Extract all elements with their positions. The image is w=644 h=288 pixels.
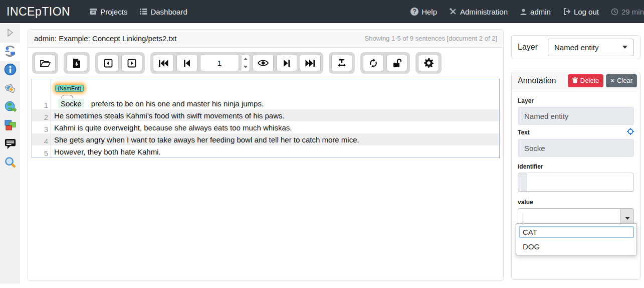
- scroll-to-annotation-icon[interactable]: [627, 128, 634, 136]
- sentence-text[interactable]: Kahmi is quite overweight, because she a…: [51, 122, 294, 133]
- page-number-stepper[interactable]: [242, 55, 250, 71]
- tools-icon: [449, 8, 457, 16]
- sentence-text[interactable]: prefers to be on his one and master his …: [91, 99, 264, 108]
- identifier-field-label: identifier: [518, 163, 634, 170]
- page-number-input[interactable]: [200, 55, 239, 71]
- sidebar-entity-linking-button[interactable]: [0, 98, 20, 117]
- next-page-icon: [283, 59, 290, 67]
- text-cursor: [523, 213, 523, 224]
- dropdown-option-cat[interactable]: CAT: [519, 226, 634, 238]
- layer-field-value: Named entity: [518, 107, 634, 125]
- eye-icon: [258, 59, 269, 67]
- nav-help-label: Help: [421, 8, 437, 16]
- clear-button[interactable]: × Clear: [606, 74, 637, 87]
- workspace: admin: Example: Concept Linking/pets2.tx…: [0, 23, 644, 288]
- text-width-icon: [337, 59, 346, 68]
- sidebar-collapse-button[interactable]: [0, 24, 20, 43]
- delete-button-label: Delete: [580, 77, 599, 84]
- sentence-text[interactable]: He sometimes steals Kahmi's food with sw…: [51, 110, 287, 121]
- clear-button-label: Clear: [617, 77, 632, 84]
- collapse-arrow-icon: [6, 28, 15, 39]
- next-document-button[interactable]: [121, 55, 142, 71]
- annotated-span[interactable]: (NamEnt) Socke: [58, 99, 84, 108]
- sidebar-search-button[interactable]: [0, 154, 20, 173]
- identifier-input[interactable]: [527, 173, 634, 192]
- sidebar-comments-button[interactable]: [0, 135, 20, 154]
- nav-projects[interactable]: Projects: [83, 8, 133, 16]
- chevron-down-icon: [622, 46, 627, 49]
- open-document-button[interactable]: [35, 55, 56, 71]
- annotation-panel-header: Annotation Delete × Clear: [512, 72, 640, 89]
- session-timer-label: 29 min: [621, 8, 644, 16]
- clock-icon: [611, 8, 618, 16]
- reset-document-button[interactable]: [363, 55, 384, 71]
- nav-user-label: admin: [530, 8, 551, 16]
- file-download-icon: [73, 58, 81, 68]
- layer-select[interactable]: Named entity: [548, 39, 634, 56]
- info-icon: [4, 63, 17, 78]
- annotation-label[interactable]: (NamEnt): [55, 85, 84, 92]
- app-logo[interactable]: INCEpTION: [0, 5, 83, 19]
- lock-document-button[interactable]: [386, 55, 407, 71]
- line-number: 4: [32, 133, 51, 146]
- layer-field-label: Layer: [518, 97, 634, 104]
- sentence-row: 5 However, they both hate Kahmi.: [32, 146, 499, 158]
- focus-annotation-button[interactable]: [253, 55, 274, 71]
- document-header: admin: Example: Concept Linking/pets2.tx…: [28, 30, 503, 48]
- sentence-row: 2 He sometimes steals Kahmi's food with …: [32, 109, 499, 121]
- globe-export-icon: [4, 100, 17, 115]
- nav-administration[interactable]: Administration: [443, 8, 514, 16]
- settings-button[interactable]: [418, 55, 439, 71]
- value-field-label: value: [518, 199, 634, 206]
- sentence-row: 1 (NamEnt) Socke prefers to be on his on…: [32, 79, 499, 109]
- chevron-down-icon: [625, 217, 630, 220]
- list-icon: [139, 8, 147, 16]
- dropdown-option-dog[interactable]: DOG: [519, 241, 634, 252]
- last-page-button[interactable]: [300, 55, 321, 71]
- sentence-text[interactable]: She gets angry when I want to take aways…: [51, 134, 361, 146]
- previous-page-button[interactable]: [176, 55, 197, 71]
- nav-user[interactable]: admin: [514, 8, 557, 16]
- export-document-button[interactable]: [66, 55, 87, 71]
- sentence-area: 1 (NamEnt) Socke prefers to be on his on…: [32, 79, 500, 158]
- toggle-script-direction-button[interactable]: [331, 55, 352, 71]
- first-page-button[interactable]: [153, 55, 174, 71]
- nav-logout[interactable]: Log out: [557, 8, 605, 16]
- trash-icon: [572, 77, 578, 85]
- search-icon: [4, 156, 17, 171]
- images-icon: [4, 119, 17, 133]
- next-document-icon: [127, 59, 136, 68]
- annotation-panel-body: Layer Named entity Text Socke identifier…: [512, 89, 640, 228]
- right-sidebar: Layer Named entity Annotation Delete × C…: [509, 23, 644, 288]
- user-sync-icon: [4, 45, 17, 60]
- topbar: INCEpTION Projects Dashboard ? Help Admi…: [0, 0, 644, 23]
- session-timer: 29 min: [605, 8, 644, 16]
- sidebar-recommendations-button[interactable]: [0, 43, 20, 61]
- sentence-text[interactable]: However, they both hate Kahmi.: [51, 147, 163, 158]
- text-field-label: Text: [518, 128, 634, 136]
- next-page-button[interactable]: [276, 55, 297, 71]
- value-dropdown-list: CAT DOG: [516, 223, 637, 255]
- sentence-row: 4 She gets angry when I want to take awa…: [32, 133, 499, 146]
- delete-button[interactable]: Delete: [568, 74, 604, 87]
- archive-icon: [89, 8, 97, 16]
- prev-document-icon: [104, 59, 113, 68]
- tags-icon: [4, 82, 17, 96]
- previous-document-button[interactable]: [98, 55, 119, 71]
- logout-icon: [563, 8, 571, 16]
- folder-open-icon: [40, 59, 51, 68]
- annotated-token[interactable]: Socke: [58, 99, 84, 108]
- nav-administration-label: Administration: [460, 8, 508, 16]
- nav-help[interactable]: ? Help: [404, 8, 443, 16]
- document-title: admin: Example: Concept Linking/pets2.tx…: [34, 34, 176, 43]
- layer-select-value: Named entity: [554, 43, 598, 52]
- nav-dashboard[interactable]: Dashboard: [133, 8, 193, 16]
- sidebar-info-button[interactable]: [0, 61, 20, 80]
- close-icon: ×: [610, 77, 614, 84]
- sidebar-images-button[interactable]: [0, 117, 20, 135]
- line-number: 3: [32, 121, 51, 133]
- user-icon: [520, 8, 527, 16]
- sidebar-tagsets-button[interactable]: [0, 80, 20, 98]
- help-icon: ?: [410, 8, 418, 16]
- unlock-icon: [392, 58, 401, 68]
